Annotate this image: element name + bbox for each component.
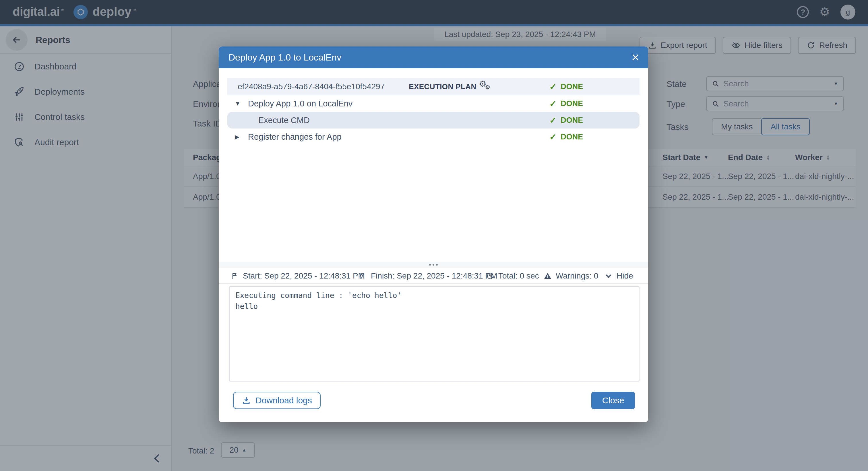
task-detail-modal: Deploy App 1.0 to LocalEnv ef2408a9-a579…: [219, 46, 648, 422]
modal-title: Deploy App 1.0 to LocalEnv: [228, 52, 341, 63]
check-icon: ✓: [549, 99, 557, 109]
download-icon: [242, 396, 251, 405]
tree-node-deploy-app[interactable]: ▼ Deploy App 1.0 on LocalEnv ✓DONE: [227, 95, 640, 112]
warning-icon: [544, 272, 552, 280]
modal-body: ef2408a9-a579-4a67-8404-f55e10f54297 EXE…: [219, 68, 648, 422]
log-output[interactable]: Executing command line : 'echo hello' he…: [229, 286, 640, 381]
close-button[interactable]: Close: [591, 392, 635, 409]
modal-title-bar: Deploy App 1.0 to LocalEnv: [219, 46, 648, 68]
tree-node-register-changes[interactable]: ▶ Register changes for App ✓DONE: [227, 129, 640, 145]
start-time: Start: Sep 22, 2025 - 12:48:31 PM: [231, 268, 365, 284]
check-icon: ✓: [549, 82, 557, 92]
collapse-caret-icon[interactable]: ▼: [235, 95, 241, 112]
log-text: Executing command line : 'echo hello' he…: [236, 290, 633, 312]
chevron-down-icon: [604, 272, 613, 280]
download-logs-button[interactable]: Download logs: [233, 392, 321, 409]
close-icon[interactable]: [631, 53, 640, 62]
check-icon: ✓: [549, 115, 557, 125]
tree-node-execute-cmd[interactable]: Execute CMD ✓DONE: [227, 112, 640, 129]
total-duration: Total: 0 sec: [486, 268, 539, 284]
finish-time: Finish: Sep 22, 2025 - 12:48:31 PM: [359, 268, 497, 284]
hide-log-toggle[interactable]: Hide: [604, 268, 633, 284]
expand-caret-icon[interactable]: ▶: [235, 129, 239, 145]
step-status-bar: Start: Sep 22, 2025 - 12:48:31 PM Finish…: [219, 268, 648, 284]
warnings-count: Warnings: 0: [544, 268, 598, 284]
execution-plan-row[interactable]: ef2408a9-a579-4a67-8404-f55e10f54297 EXE…: [227, 78, 640, 95]
check-icon: ✓: [549, 132, 557, 142]
execution-tree: ▼ Deploy App 1.0 on LocalEnv ✓DONE Execu…: [227, 95, 640, 145]
splitter-handle[interactable]: [219, 262, 648, 268]
checkered-flag-icon: [359, 272, 367, 280]
status-done: ✓DONE: [549, 78, 583, 95]
task-id-value: ef2408a9-a579-4a67-8404-f55e10f54297: [238, 78, 384, 95]
flag-icon: [231, 272, 239, 280]
clock-icon: [486, 272, 494, 280]
gears-icon: ⚙⚙: [479, 80, 487, 88]
